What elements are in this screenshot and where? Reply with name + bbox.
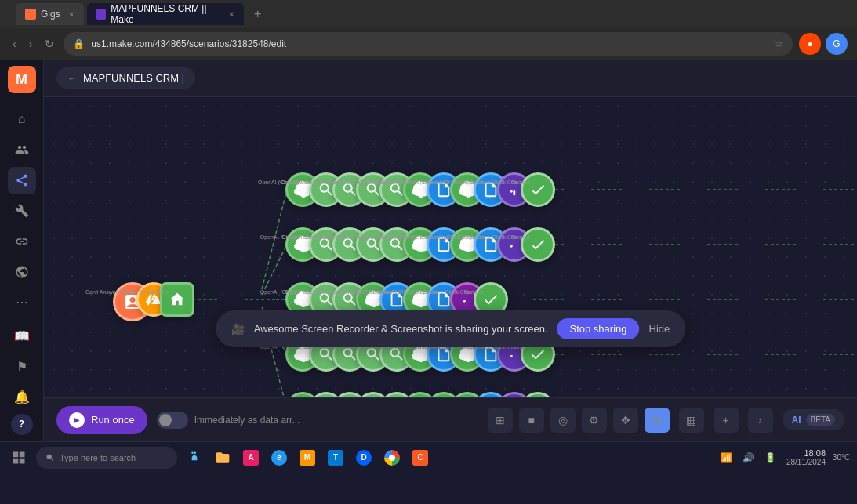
taskbar-apps: A e M T D C: [182, 445, 713, 470]
toolbar-icon-2[interactable]: ■: [519, 408, 544, 433]
profile-button[interactable]: G: [826, 33, 848, 55]
address-bar: ‹ › ↻ 🔒 us1.make.com/434865/scenarios/31…: [0, 28, 857, 60]
taskbar-app-db[interactable]: D: [351, 445, 376, 470]
back-arrow: ←: [67, 73, 77, 84]
beta-badge: BETA: [806, 414, 835, 426]
toggle-label: Immediately as data arr...: [194, 415, 300, 426]
scenario-title[interactable]: ← MAPFUNNELS CRM |: [56, 67, 195, 89]
add-button[interactable]: +: [714, 408, 739, 433]
tab-bar: Gigs ✕ MAPFUNNELS CRM || Make ✕ +: [0, 0, 857, 28]
sidebar: M ⌂ ⋯ 📖 ⚑ 🔔 ?: [0, 60, 44, 441]
clock-time: 18:08: [786, 448, 826, 458]
scheduling-toggle: Immediately as data arr...: [157, 412, 300, 429]
tab-gigs-favicon: [25, 9, 36, 20]
sidebar-item-connections[interactable]: [8, 227, 36, 255]
taskbar-app-1[interactable]: [182, 445, 207, 470]
scenario-name: MAPFUNNELS CRM |: [83, 72, 184, 84]
toolbar-icon-1[interactable]: ⊞: [488, 408, 513, 433]
wifi-icon[interactable]: 📶: [717, 448, 736, 467]
taskbar-search-label: Type here to search: [60, 453, 136, 462]
volume-icon[interactable]: 🔊: [739, 448, 758, 467]
svg-line-24: [262, 245, 287, 295]
clock-date: 28/11/2024: [786, 458, 826, 466]
sidebar-item-help[interactable]: ?: [11, 414, 33, 435]
tab-gigs[interactable]: Gigs ✕: [16, 3, 84, 25]
taskbar-right: 📶 🔊 🔋 18:08 28/11/2024 30°C: [717, 448, 851, 467]
run-once-label: Run once: [91, 414, 135, 426]
notification-bar: 🎥 Awesome Screen Recorder & Screenshot i…: [216, 310, 686, 347]
taskbar-system-icons: 📶 🔊 🔋: [717, 448, 780, 467]
battery-icon[interactable]: 🔋: [761, 448, 780, 467]
browser-actions: ● G: [799, 33, 848, 55]
extensions-button[interactable]: ●: [799, 33, 821, 55]
stop-sharing-button[interactable]: Stop sharing: [557, 318, 640, 339]
node-r1-commit-label: Commit: [511, 179, 530, 185]
url-bar[interactable]: 🔒 us1.make.com/434865/scenarios/3182548/…: [64, 32, 793, 56]
taskbar-search[interactable]: Type here to search: [36, 447, 177, 469]
tab-gigs-close[interactable]: ✕: [68, 10, 74, 19]
taskbar-app-9[interactable]: C: [408, 445, 433, 470]
nav-forward-button[interactable]: ›: [748, 408, 773, 433]
windows-taskbar: Type here to search A e M T D C: [0, 441, 857, 473]
tab-make[interactable]: MAPFUNNELS CRM || Make ✕: [87, 3, 244, 25]
toolbar-icon-5[interactable]: ✥: [613, 408, 638, 433]
tab-make-favicon: [96, 9, 107, 20]
taskbar-app-5[interactable]: M: [295, 445, 320, 470]
ai-label: AI: [792, 415, 801, 426]
start-button[interactable]: [6, 445, 31, 470]
sidebar-item-more[interactable]: ⋯: [8, 288, 36, 316]
tab-gigs-label: Gigs: [41, 9, 60, 20]
hide-button[interactable]: Hide: [649, 323, 670, 335]
top-bar: ← MAPFUNNELS CRM |: [44, 60, 857, 97]
toolbar-icons: ⊞ ■ ◎ ⚙ ✥ ⊡: [488, 408, 670, 433]
taskbar-app-chrome[interactable]: [379, 445, 405, 470]
taskbar-app-4[interactable]: e: [267, 445, 292, 470]
sidebar-item-team[interactable]: [8, 136, 36, 164]
toolbar-icon-4[interactable]: ⚙: [582, 408, 607, 433]
notification-icon: 🎥: [231, 323, 245, 335]
nav-back-button[interactable]: ‹: [9, 34, 20, 53]
nav-refresh-button[interactable]: ↻: [42, 34, 57, 53]
sidebar-item-home[interactable]: ⌂: [8, 106, 36, 133]
sidebar-item-docs[interactable]: 📖: [8, 322, 36, 350]
app-logo[interactable]: M: [8, 66, 36, 93]
sidebar-item-tools[interactable]: [8, 198, 36, 225]
url-lock-icon: 🔒: [73, 38, 85, 49]
browser-chrome: Gigs ✕ MAPFUNNELS CRM || Make ✕ + ‹ › ↻ …: [0, 0, 857, 60]
taskbar-app-6[interactable]: T: [323, 445, 348, 470]
new-tab-button[interactable]: +: [247, 3, 269, 25]
grid-view-button[interactable]: ▦: [679, 408, 704, 433]
flow-canvas-area[interactable]: OpenAI (ChatGPT, Whisp...) Do Keyword Re…: [44, 97, 857, 397]
sidebar-item-flag[interactable]: ⚑: [8, 353, 36, 380]
toolbar-icon-active[interactable]: ⊡: [645, 408, 670, 433]
temperature: 30°C: [833, 453, 850, 462]
taskbar-app-explorer[interactable]: [210, 445, 235, 470]
sidebar-item-globe[interactable]: [8, 258, 36, 285]
toggle-input[interactable]: [157, 412, 188, 429]
main-content: ← MAPFUNNELS CRM |: [44, 60, 857, 441]
app-container: M ⌂ ⋯ 📖 ⚑ 🔔 ? ← MAPFUNNELS CRM |: [0, 60, 857, 441]
tab-make-close[interactable]: ✕: [228, 10, 234, 19]
notification-text: Awesome Screen Recorder & Screenshot is …: [254, 323, 548, 335]
temp-icon: 30°C: [832, 448, 851, 467]
system-clock[interactable]: 18:08 28/11/2024: [786, 448, 826, 466]
taskbar-app-3[interactable]: A: [238, 445, 263, 470]
sidebar-item-notifications[interactable]: 🔔: [8, 383, 36, 411]
run-once-button[interactable]: ▶ Run once: [56, 406, 147, 434]
logo-text: M: [16, 71, 27, 88]
url-star-icon: ☆: [775, 38, 783, 49]
play-icon: ▶: [69, 412, 85, 428]
nav-forward-button[interactable]: ›: [26, 34, 36, 53]
sidebar-item-share[interactable]: [8, 167, 36, 194]
toolbar-icon-3[interactable]: ◎: [550, 408, 576, 433]
bottom-toolbar: ▶ Run once Immediately as data arr... ⊞ …: [44, 397, 857, 441]
tab-make-label: MAPFUNNELS CRM || Make: [111, 3, 220, 25]
url-text: us1.make.com/434865/scenarios/3182548/ed…: [91, 38, 768, 49]
ai-badge[interactable]: AI BETA: [783, 409, 844, 430]
